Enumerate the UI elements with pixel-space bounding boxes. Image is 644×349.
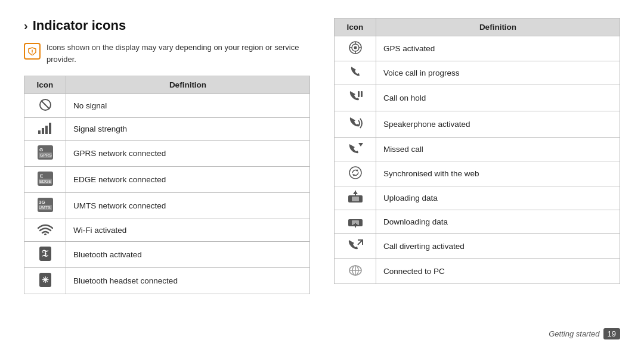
table-row: G GPRS GPRS network connected [24, 141, 310, 167]
definition-cell: GPRS network connected [66, 141, 310, 167]
icon-cell: 3G UMTS [24, 193, 66, 219]
table-row: Downloading data [335, 210, 620, 234]
definition-cell: Connected to PC [376, 259, 620, 284]
right-column: Icon Definition GPS activated Voice call… [334, 18, 620, 337]
svg-rect-32 [358, 91, 360, 97]
svg-point-31 [354, 46, 357, 49]
svg-rect-4 [38, 130, 41, 134]
right-icon-table: Icon Definition GPS activated Voice call… [334, 18, 620, 284]
icon-cell: E EDGE [24, 167, 66, 193]
svg-rect-33 [361, 91, 363, 97]
definition-cell: No signal [66, 94, 310, 118]
definition-cell: EDGE network connected [66, 167, 310, 193]
svg-text:EDGE: EDGE [39, 179, 51, 183]
icon-cell [335, 210, 376, 234]
svg-marker-34 [358, 143, 363, 147]
icon-cell: G GPRS [24, 141, 66, 167]
table-row: E EDGE EDGE network connected [24, 167, 310, 193]
notice-box: Icons shown on the display may vary depe… [24, 42, 310, 65]
icon-cell [335, 161, 376, 186]
svg-text:𝔗: 𝔗 [42, 248, 49, 258]
svg-text:UMTS: UMTS [39, 205, 51, 210]
notice-text: Icons shown on the display may vary depe… [47, 42, 310, 65]
right-table-def-header: Definition [376, 18, 620, 36]
table-row: Speakerphone activated [335, 111, 620, 138]
left-table-icon-header: Icon [24, 76, 66, 94]
svg-line-3 [41, 101, 49, 109]
definition-cell: Bluetooth headset connected [66, 268, 310, 294]
icon-cell [335, 111, 376, 138]
table-row: Wi-Fi activated [24, 219, 310, 242]
footer: Getting started 19 [549, 328, 620, 339]
left-icon-table: Icon Definition No signal Signal strengt… [24, 76, 310, 294]
page-title: Indicator icons [33, 18, 126, 33]
table-row: Voice call in progress [335, 61, 620, 85]
icon-cell: ✳ [24, 268, 66, 294]
left-table-def-header: Definition [66, 76, 310, 94]
icon-cell [335, 61, 376, 85]
table-row: Call on hold [335, 85, 620, 111]
chevron-icon: › [24, 19, 28, 33]
table-row: Synchronised with the web [335, 161, 620, 186]
icon-cell [335, 259, 376, 284]
icon-cell [335, 85, 376, 111]
svg-text:G: G [39, 147, 43, 152]
svg-rect-7 [49, 123, 51, 134]
page-container: › Indicator icons Icons shown on the dis… [0, 0, 644, 349]
footer-page: 19 [603, 328, 620, 339]
svg-rect-5 [42, 128, 44, 134]
definition-cell: Uploading data [376, 186, 620, 210]
table-row: Connected to PC [335, 259, 620, 284]
table-row: Signal strength [24, 118, 310, 141]
definition-cell: Speakerphone activated [376, 111, 620, 138]
svg-text:✳: ✳ [42, 275, 49, 285]
definition-cell: Call on hold [376, 85, 620, 111]
section-title: › Indicator icons [24, 18, 310, 33]
table-row: Uploading data [335, 186, 620, 210]
definition-cell: Synchronised with the web [376, 161, 620, 186]
svg-text:GPRS: GPRS [40, 153, 52, 157]
definition-cell: GPS activated [376, 36, 620, 61]
footer-label: Getting started [549, 329, 599, 338]
svg-rect-39 [352, 197, 359, 201]
table-row: 𝔗 Bluetooth activated [24, 242, 310, 268]
left-column: › Indicator icons Icons shown on the dis… [24, 18, 310, 337]
definition-cell: Signal strength [66, 118, 310, 141]
svg-rect-6 [45, 126, 48, 134]
icon-cell [24, 219, 66, 242]
definition-cell: UMTS network connected [66, 193, 310, 219]
table-row: Missed call [335, 138, 620, 161]
notice-icon [24, 43, 41, 60]
icon-cell [335, 138, 376, 161]
icon-cell [24, 94, 66, 118]
icon-cell [335, 36, 376, 61]
svg-point-1 [32, 52, 33, 54]
icon-cell [335, 186, 376, 210]
definition-cell: Voice call in progress [376, 61, 620, 85]
svg-point-20 [44, 233, 47, 235]
definition-cell: Wi-Fi activated [66, 219, 310, 242]
svg-text:3G: 3G [39, 200, 45, 205]
svg-point-35 [349, 167, 361, 179]
icon-cell: 𝔗 [24, 242, 66, 268]
definition-cell: Missed call [376, 138, 620, 161]
table-row: Call diverting activated [335, 234, 620, 259]
table-row: No signal [24, 94, 310, 118]
icon-cell [335, 234, 376, 259]
definition-cell: Downloading data [376, 210, 620, 234]
table-row: ✳ Bluetooth headset connected [24, 268, 310, 294]
right-table-icon-header: Icon [335, 18, 376, 36]
table-row: GPS activated [335, 36, 620, 61]
table-row: 3G UMTS UMTS network connected [24, 193, 310, 219]
icon-cell [24, 118, 66, 141]
definition-cell: Bluetooth activated [66, 242, 310, 268]
definition-cell: Call diverting activated [376, 234, 620, 259]
svg-text:E: E [40, 173, 44, 179]
